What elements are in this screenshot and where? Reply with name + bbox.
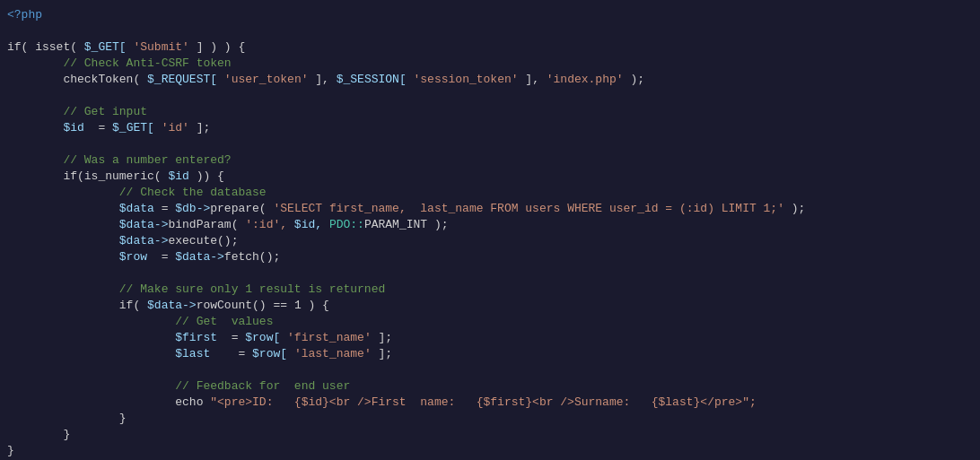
token: $id [162,169,189,183]
token: // Feedback for end user [7,379,350,393]
token: 'index.php' [539,73,624,86]
token: if(is_numeric( [7,169,162,183]
code-line: // Make sure only 1 result is returned [0,282,980,298]
token: 'first_name' [280,331,371,344]
line-content: $data = $db->prepare( 'SELECT first_name… [0,201,980,217]
token: $data-> [7,218,168,231]
line-content: $id = $_GET[ 'id' ]; [0,120,980,136]
line-content: // Get values [0,314,980,330]
token: <?php [7,8,42,22]
token: } [7,428,70,441]
token: if( [7,299,140,312]
token: 'last_name' [287,347,372,360]
code-line: $id = $_GET[ 'id' ]; [0,120,980,136]
token: $data-> [168,250,223,264]
token: ]; [372,331,392,344]
line-content: // Feedback for end user [0,378,980,395]
token: $id, [287,218,322,231]
token: $first [7,331,217,344]
token: prepare( [210,202,266,215]
code-line: $first = $row[ 'first_name' ]; [0,330,980,346]
token: $_SESSION[ [329,73,407,86]
line-content: $data->execute(); [0,233,980,249]
token: $row[ [245,347,287,360]
token: PARAM_INT [364,218,427,231]
token: // Make sure only 1 result is returned [7,282,385,296]
token: ); [427,218,448,231]
token: PDO:: [322,218,364,231]
line-content: // Was a number entered? [0,152,980,169]
line-content: $first = $row[ 'first_name' ]; [0,330,980,346]
token: == 1 ) { [267,299,329,312]
code-line: // Was a number entered? [0,152,980,169]
line-content: checkToken( $_REQUEST[ 'user_token' ], $… [0,72,980,88]
token: 'user_token' [217,73,308,86]
token: 'id' [154,121,189,135]
token: 'session_token' [407,73,519,86]
token: = [154,202,169,215]
token: $last [7,347,210,360]
code-line: if( $data->rowCount() == 1 ) { [0,298,980,314]
line-content: // Get input [0,104,980,120]
token: )) { [189,169,224,183]
line-content [0,265,980,282]
token: bindParam( [168,218,238,231]
token: fetch(); [224,250,280,264]
token: ]; [189,121,210,135]
line-content: } [0,427,980,443]
line-content [0,362,980,378]
line-content: if(is_numeric( $id )) { [0,169,980,185]
token: $row [7,250,147,264]
code-line: // Check the database [0,185,980,201]
line-content [0,88,980,104]
token: } [7,444,14,457]
token: = [147,250,168,264]
line-content: // Check the database [0,185,980,201]
token: $data-> [140,299,196,312]
token: $db-> [168,202,210,215]
code-line: checkToken( $_REQUEST[ 'user_token' ], $… [0,72,980,88]
token: $row[ [238,331,280,344]
token: = [217,331,238,344]
line-content [0,23,980,39]
code-line: } [0,443,980,459]
code-line [0,362,980,378]
token: ], [308,73,328,86]
line-content: if( $data->rowCount() == 1 ) { [0,298,980,314]
line-content: if( isset( $_GET[ 'Submit' ] ) ) { [0,39,980,56]
code-line: $data->execute(); [0,233,980,249]
token: $data-> [7,234,168,247]
code-line: <?php [0,7,980,23]
token: = [210,347,245,360]
token: $_REQUEST[ [140,73,217,86]
line-content: echo "<pre>ID: {$id}<br />First name: {$… [0,395,980,411]
line-content: $last = $row[ 'last_name' ]; [0,346,980,362]
line-content [0,136,980,152]
line-content: } [0,411,980,427]
token: ':id', [238,218,287,231]
token: ] ) ) { [189,40,245,54]
token: $_GET[ [105,121,154,135]
code-line [0,136,980,152]
token: checkToken( [7,73,140,86]
code-line: $last = $row[ 'last_name' ]; [0,346,980,362]
line-content: $data->bindParam( ':id', $id, PDO::PARAM… [0,217,980,233]
code-line: // Get input [0,104,980,120]
token: echo [7,395,203,409]
code-line: // Check Anti-CSRF token [0,56,980,72]
token: = [84,121,105,135]
token: "<pre>ID: {$id}<br />First name: {$first… [203,395,756,409]
code-line: } [0,411,980,427]
line-content: // Make sure only 1 result is returned [0,282,980,298]
line-content: // Check Anti-CSRF token [0,56,980,72]
token: ); [784,202,805,215]
code-line: } [0,427,980,443]
token: } [7,412,127,425]
token: execute(); [168,234,238,247]
code-line: if( isset( $_GET[ 'Submit' ] ) ) { [0,39,980,56]
token: ], [519,73,539,86]
line-content: <?php [0,7,980,23]
token: if( [7,40,28,54]
code-line [0,23,980,39]
code-line [0,88,980,104]
